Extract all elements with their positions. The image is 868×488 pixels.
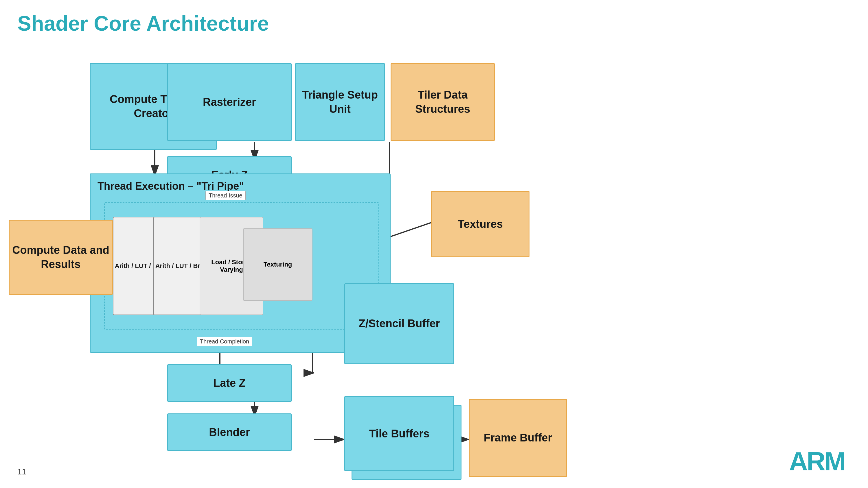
thread-execution-label: Thread Execution – "Tri Pipe" (97, 180, 244, 192)
thread-completion-label: Thread Completion (197, 337, 252, 346)
z-stencil-box: Z/Stencil Buffer (344, 283, 454, 364)
thread-issue-label: Thread Issue (206, 191, 246, 200)
rasterizer-box: Rasterizer (167, 63, 292, 141)
page-number: 11 (18, 467, 26, 477)
tile-buffers-box: Tile Buffers (344, 396, 454, 471)
late-z-box: Late Z (167, 364, 292, 402)
compute-data-box: Compute Data and Results (9, 220, 113, 295)
blender-box: Blender (167, 414, 292, 451)
frame-buffer-box: Frame Buffer (469, 399, 567, 477)
textures-box: Textures (431, 191, 529, 257)
arm-logo: ARM (789, 447, 845, 477)
texturing-inner-box: Texturing (243, 228, 312, 301)
tiler-data-box: Tiler Data Structures (391, 63, 495, 141)
page-title: Shader Core Architecture (18, 11, 269, 35)
triangle-setup-box: Triangle Setup Unit (295, 63, 385, 141)
